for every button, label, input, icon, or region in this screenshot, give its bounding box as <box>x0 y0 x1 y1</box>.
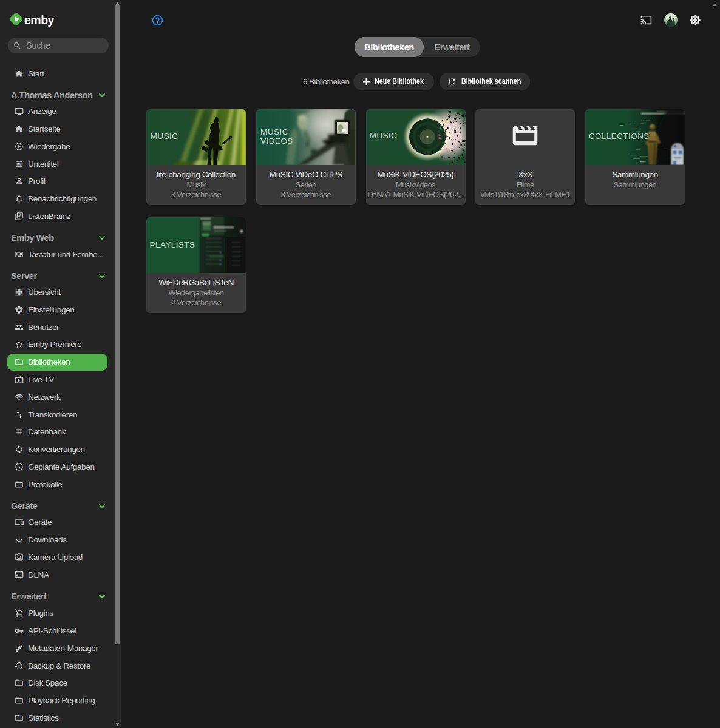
svg-text:MUSIC: MUSIC <box>260 127 288 136</box>
svg-text:MUSIC: MUSIC <box>369 131 397 140</box>
svg-text:emby: emby <box>24 13 55 27</box>
svg-text:VIDEOS: VIDEOS <box>260 136 293 146</box>
svg-text:MUSIC: MUSIC <box>151 132 178 141</box>
svg-text:COLLECTIONS: COLLECTIONS <box>589 132 650 141</box>
svg-text:PLAYLISTS: PLAYLISTS <box>150 240 195 249</box>
